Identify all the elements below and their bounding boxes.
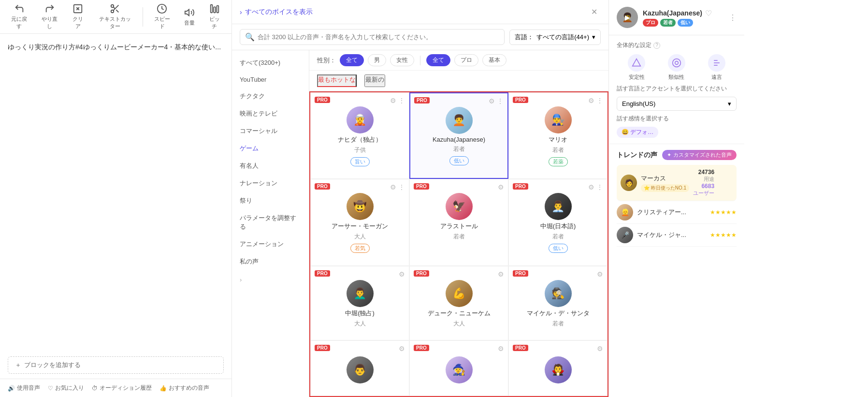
category-narration[interactable]: ナレーション xyxy=(232,175,309,192)
voice-card-actions-0: ⚙ ⋮ xyxy=(390,97,405,104)
voice-card-8[interactable]: PRO ⚙ 🕵️ マイケル・デ・サンタ 若者 xyxy=(508,266,608,340)
filter-type-all[interactable]: 全て xyxy=(426,54,450,66)
voice-card-11[interactable]: PRO ⚙ 🧛 xyxy=(508,340,608,396)
speech-control[interactable]: 遠言 xyxy=(708,54,725,81)
category-celebrity[interactable]: 有名人 xyxy=(232,157,309,175)
voice-card-actions-2: ⚙ ⋮ xyxy=(588,97,603,104)
trend-item-2[interactable]: 🎤 マイケル・ジャ... ★★★★★ xyxy=(617,224,737,247)
gear-icon-4[interactable]: ⚙ xyxy=(498,183,504,191)
text-cutter-button[interactable]: テキストカッター xyxy=(93,0,137,33)
trend-item-0[interactable]: 🧑 マーカス ⭐ 昨日使ったNO.1 24736 用途 6683 ユーザー xyxy=(617,165,737,201)
category-all[interactable]: すべて(3200+) xyxy=(232,54,309,72)
gear-icon-11[interactable]: ⚙ xyxy=(597,345,603,353)
bottom-bar-voice[interactable]: 🔊 使用音声 xyxy=(8,384,40,392)
gear-icon-7[interactable]: ⚙ xyxy=(498,270,504,278)
voice-card-4[interactable]: PRO ⚙ 🦅 アラストール 若者 xyxy=(409,179,508,265)
bottom-bar-audition[interactable]: ⏱ オーディション履歴 xyxy=(92,384,152,392)
voice-card-1[interactable]: PRO ⚙ ⋮ 🧑‍🦱 Kazuha(Japanese) 若者 低い xyxy=(409,92,508,179)
voice-card-2[interactable]: PRO ⚙ ⋮ 👨‍🔧 マリオ 若者 若薬 xyxy=(508,92,608,179)
back-button[interactable]: 元に戻す xyxy=(6,0,32,33)
close-button[interactable]: ✕ xyxy=(587,5,601,19)
emotion-section: 話す感情を選択する 😀 デフォ… xyxy=(617,115,737,138)
global-settings-title: 全体的な設定 ? xyxy=(617,41,737,49)
category-game[interactable]: ゲーム xyxy=(232,140,309,157)
speed-button[interactable]: スピード xyxy=(149,0,175,33)
more-icon-0[interactable]: ⋮ xyxy=(398,97,405,104)
pro-badge-7: PRO xyxy=(414,270,429,277)
bottom-bar-favorites[interactable]: ♡ お気に入り xyxy=(48,384,84,392)
stability-control[interactable]: 安定性 xyxy=(628,54,645,81)
lang-select[interactable]: 言語： すべての言語(44+) ▾ xyxy=(509,29,601,45)
voice-card-6[interactable]: PRO ⚙ 👨‍🦱 中堀(独占) 大人 xyxy=(310,266,409,340)
emotion-tag[interactable]: 😀 デフォ… xyxy=(617,127,658,138)
voice-card-5[interactable]: PRO ⚙ ⋮ 👨‍💼 中堀(日本語) 若者 低い xyxy=(508,179,608,265)
more-icon-1[interactable]: ⋮ xyxy=(497,97,504,105)
gear-icon-9[interactable]: ⚙ xyxy=(399,345,405,353)
forward-button[interactable]: やり直し xyxy=(36,0,63,33)
filter-gender-all[interactable]: 全て xyxy=(340,54,364,66)
gear-icon-2[interactable]: ⚙ xyxy=(588,97,594,104)
more-icon-2[interactable]: ⋮ xyxy=(596,97,603,104)
volume-button[interactable]: 音量 xyxy=(179,4,200,29)
svg-line-6 xyxy=(116,10,118,12)
voice-grid: PRO ⚙ ⋮ 🧝 ナヒダ（独占） 子供 旨い PRO ⚙ xyxy=(309,91,608,397)
search-input[interactable] xyxy=(258,33,499,41)
pro-badge-5: PRO xyxy=(513,183,528,190)
clear-button[interactable]: クリア xyxy=(67,0,89,33)
filter-type-basic[interactable]: 基本 xyxy=(482,54,506,66)
category-commercial[interactable]: コマーシャル xyxy=(232,122,309,140)
gear-icon-10[interactable]: ⚙ xyxy=(498,345,504,353)
heart-icon: ♡ xyxy=(48,385,53,392)
tab-newest[interactable]: 最新の xyxy=(364,74,385,87)
gear-icon-8[interactable]: ⚙ xyxy=(597,270,603,278)
category-tiktok[interactable]: チクタク xyxy=(232,88,309,105)
add-block-button[interactable]: ＋ ブロックを追加する xyxy=(8,356,224,374)
heart-icon[interactable]: ♡ xyxy=(705,9,712,18)
similarity-control[interactable]: 類似性 xyxy=(668,54,685,81)
voice-card-9[interactable]: PRO ⚙ 👨 xyxy=(310,340,409,396)
more-icon-3[interactable]: ⋮ xyxy=(398,183,405,191)
filter-gender-male[interactable]: 男 xyxy=(368,54,386,66)
trend-item-1[interactable]: 👱 クリスティアー... ★★★★★ xyxy=(617,201,737,224)
expand-btn[interactable]: › xyxy=(232,270,309,289)
bottom-bar-recommended[interactable]: 👍 おすすめの音声 xyxy=(159,384,209,392)
gear-icon-1[interactable]: ⚙ xyxy=(489,97,495,105)
voice-panel-title-link[interactable]: › すべてのボイスを表示 xyxy=(240,8,313,16)
more-options-button[interactable]: ⋮ xyxy=(729,13,737,22)
category-movies-tv[interactable]: 映画とテレビ xyxy=(232,105,309,122)
trend-stars-1: ★★★★★ xyxy=(710,209,737,216)
voice-card-7[interactable]: PRO ⚙ 💪 デューク・ニューケム 大人 xyxy=(409,266,508,340)
voice-card-0[interactable]: PRO ⚙ ⋮ 🧝 ナヒダ（独占） 子供 旨い xyxy=(310,92,409,179)
thumbs-up-icon: 👍 xyxy=(159,385,167,392)
help-icon[interactable]: ? xyxy=(653,42,660,49)
gear-icon-3[interactable]: ⚙ xyxy=(390,183,396,191)
voice-avatar-1: 🧑‍🦱 xyxy=(446,107,473,134)
more-icon-5[interactable]: ⋮ xyxy=(596,183,603,191)
category-festival[interactable]: 祭り xyxy=(232,192,309,209)
filter-type-pro[interactable]: プロ xyxy=(454,54,478,66)
settings-avatar[interactable]: 🧑‍🦱 ▶ xyxy=(617,7,638,28)
toolbar: 元に戻す やり直し クリア テキストカッター スピード 音量 xyxy=(0,0,231,34)
svg-point-14 xyxy=(673,59,681,67)
gear-icon-6[interactable]: ⚙ xyxy=(399,270,405,278)
tab-hottest[interactable]: 最もホットな xyxy=(317,74,357,87)
settings-panel: 🧑‍🦱 ▶ Kazuha(Japanese) ♡ プロ 若者 低い ⋮ 全体的な… xyxy=(609,0,744,397)
category-list: すべて(3200+) YouTuber チクタク 映画とテレビ コマーシャル ゲ… xyxy=(232,50,309,397)
voice-grid-area: 性別： 全て 男 女性 全て プロ 基本 最もホットな 最新の PRO xyxy=(309,50,608,397)
category-youtuber[interactable]: YouTuber xyxy=(232,72,309,88)
gear-icon-0[interactable]: ⚙ xyxy=(390,97,396,104)
category-my-voice[interactable]: 私の声 xyxy=(232,253,309,270)
category-animation[interactable]: アニメーション xyxy=(232,235,309,253)
filter-bar: 性別： 全て 男 女性 全て プロ 基本 xyxy=(309,50,608,71)
customize-button[interactable]: ✦ カスタマイズされた音声 xyxy=(662,150,737,160)
category-params[interactable]: パラメータを調整する xyxy=(232,209,309,235)
pitch-button[interactable]: ピッチ xyxy=(203,0,226,33)
voice-card-3[interactable]: PRO ⚙ ⋮ 🤠 アーサー・モーガン 大人 若気 xyxy=(310,179,409,265)
filter-gender-female[interactable]: 女性 xyxy=(390,54,414,66)
emotion-controls: 安定性 類似性 遠言 xyxy=(617,54,737,81)
gear-icon-5[interactable]: ⚙ xyxy=(588,183,594,191)
voice-card-10[interactable]: PRO ⚙ 🧙 xyxy=(409,340,508,396)
sparkle-icon: ✦ xyxy=(667,152,671,158)
lang-dropdown[interactable]: English(US) ▾ xyxy=(617,97,737,111)
search-icon: 🔍 xyxy=(245,32,255,42)
